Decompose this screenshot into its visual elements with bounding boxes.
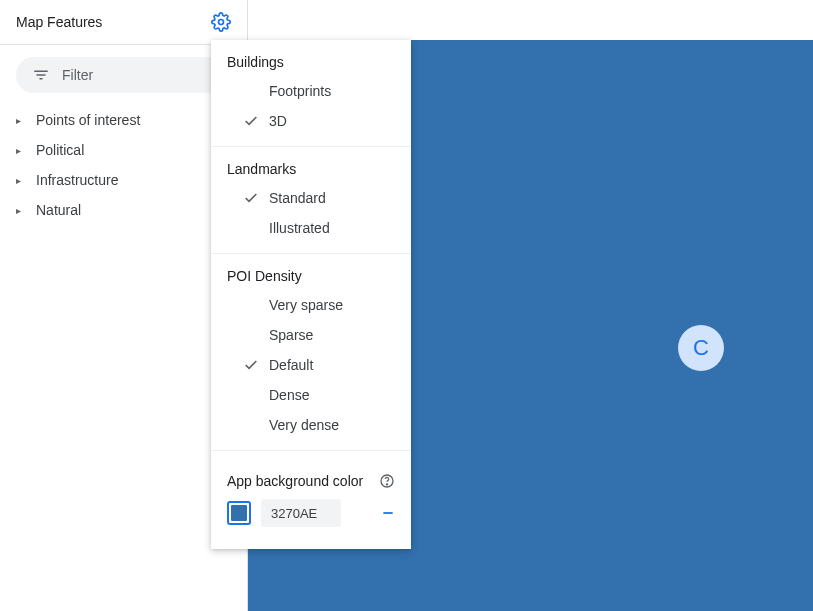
remove-color-icon[interactable] <box>381 506 395 520</box>
caret-right-icon: ▸ <box>16 175 26 186</box>
check-icon <box>243 357 259 373</box>
sidebar-header: Map Features <box>0 0 247 45</box>
option-label: Very dense <box>269 417 395 433</box>
section-title: POI Density <box>211 268 411 290</box>
section-title: Landmarks <box>211 161 411 183</box>
section-landmarks: Landmarks Standard Illustrated <box>211 146 411 253</box>
tree-item-infrastructure[interactable]: ▸ Infrastructure <box>0 165 247 195</box>
tree-item-label: Natural <box>36 202 81 218</box>
option-very-dense[interactable]: Very dense <box>211 410 411 440</box>
option-label: Dense <box>269 387 395 403</box>
color-swatch[interactable] <box>227 501 251 525</box>
settings-popover: Buildings Footprints 3D Landmarks Standa… <box>211 40 411 549</box>
svg-point-2 <box>386 484 387 485</box>
option-footprints[interactable]: Footprints <box>211 76 411 106</box>
option-label: Footprints <box>269 83 395 99</box>
tree-item-label: Points of interest <box>36 112 140 128</box>
option-3d[interactable]: 3D <box>211 106 411 136</box>
filter-icon <box>32 66 50 84</box>
caret-right-icon: ▸ <box>16 145 26 156</box>
sidebar-title: Map Features <box>16 14 102 30</box>
gear-icon[interactable] <box>211 12 231 32</box>
tree-item-label: Infrastructure <box>36 172 118 188</box>
svg-point-0 <box>219 20 224 25</box>
option-label: Default <box>269 357 395 373</box>
caret-right-icon: ▸ <box>16 115 26 126</box>
option-illustrated[interactable]: Illustrated <box>211 213 411 243</box>
filter-input[interactable]: Filter <box>16 57 231 93</box>
option-very-sparse[interactable]: Very sparse <box>211 290 411 320</box>
option-label: Sparse <box>269 327 395 343</box>
bg-color-label: App background color <box>227 473 363 489</box>
filter-placeholder: Filter <box>62 67 93 83</box>
tree-item-label: Political <box>36 142 84 158</box>
section-poi-density: POI Density Very sparse Sparse Default D… <box>211 253 411 450</box>
section-buildings: Buildings Footprints 3D <box>211 54 411 146</box>
feature-tree: ▸ Points of interest ▸ Political ▸ Infra… <box>0 97 247 233</box>
center-badge-letter: C <box>693 335 709 361</box>
section-bg-color: App background color <box>211 450 411 537</box>
tree-item-natural[interactable]: ▸ Natural <box>0 195 247 225</box>
check-icon <box>243 113 259 129</box>
option-default[interactable]: Default <box>211 350 411 380</box>
option-dense[interactable]: Dense <box>211 380 411 410</box>
option-label: 3D <box>269 113 395 129</box>
option-standard[interactable]: Standard <box>211 183 411 213</box>
check-icon <box>243 190 259 206</box>
help-icon[interactable] <box>379 473 395 489</box>
section-title: Buildings <box>211 54 411 76</box>
tree-item-poi[interactable]: ▸ Points of interest <box>0 105 247 135</box>
tree-item-political[interactable]: ▸ Political <box>0 135 247 165</box>
option-sparse[interactable]: Sparse <box>211 320 411 350</box>
option-label: Illustrated <box>269 220 395 236</box>
option-label: Very sparse <box>269 297 395 313</box>
caret-right-icon: ▸ <box>16 205 26 216</box>
center-badge[interactable]: C <box>678 325 724 371</box>
hex-input[interactable] <box>261 499 341 527</box>
option-label: Standard <box>269 190 395 206</box>
